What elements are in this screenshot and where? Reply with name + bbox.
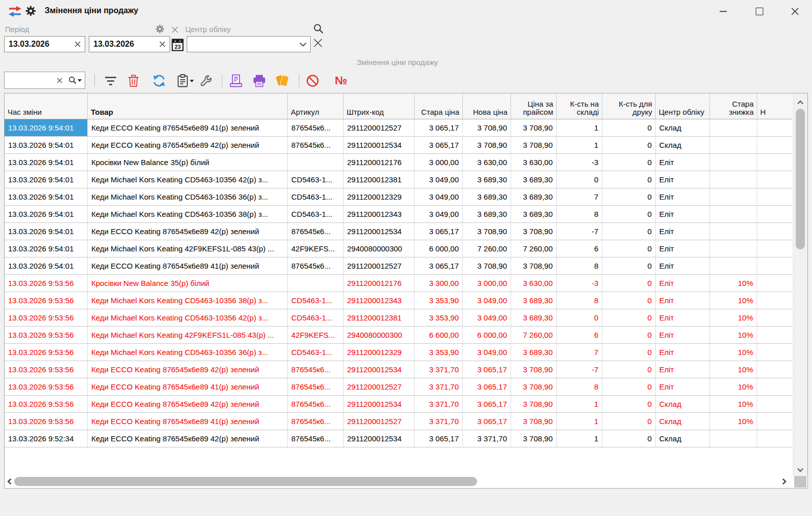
cell-old_price[interactable]: 3 065,17 <box>415 119 463 136</box>
cell-old_price[interactable]: 3 353,90 <box>415 292 463 309</box>
cell-next[interactable] <box>757 119 792 136</box>
period-clear-icon[interactable] <box>172 26 178 35</box>
table-row[interactable]: 13.03.2026 9:53:56Кеди ECCO Keating 8765… <box>5 378 792 396</box>
scroll-up-icon[interactable] <box>797 98 804 107</box>
cell-new_price[interactable]: 3 689,30 <box>463 171 511 188</box>
cell-barcode[interactable]: 2911200012534 <box>344 396 415 412</box>
cell-new_price[interactable]: 3 630,00 <box>463 154 511 171</box>
print-preview-button[interactable] <box>228 73 244 89</box>
period-settings-gear-icon[interactable] <box>155 24 164 36</box>
table-row[interactable]: 13.03.2026 9:53:56Кеди Michael Kors Keat… <box>5 292 792 309</box>
search-icon[interactable] <box>313 23 324 36</box>
cell-time[interactable]: 13.03.2026 9:53:56 <box>5 292 88 309</box>
cell-new_price[interactable]: 3 065,17 <box>463 361 511 378</box>
cell-time[interactable]: 13.03.2026 9:54:01 <box>5 137 88 153</box>
table-row[interactable]: 13.03.2026 9:54:01Кросівки New Balance 3… <box>5 154 792 171</box>
date-from-input[interactable] <box>5 39 71 49</box>
cell-qty_print[interactable]: 0 <box>602 188 656 205</box>
cell-list_price[interactable]: 3 708,90 <box>511 361 557 378</box>
cell-article[interactable]: CD5463-1... <box>288 292 344 309</box>
report-button[interactable] <box>175 73 196 89</box>
cell-barcode[interactable]: 2911200012527 <box>344 378 415 395</box>
cell-next[interactable] <box>757 378 792 395</box>
cell-list_price[interactable]: 3 630,00 <box>511 154 557 171</box>
cell-qty_print[interactable]: 0 <box>602 327 656 343</box>
cell-time[interactable]: 13.03.2026 9:54:01 <box>5 223 88 240</box>
date-to-input[interactable] <box>89 39 155 49</box>
cell-time[interactable]: 13.03.2026 9:53:56 <box>5 344 88 361</box>
cell-product[interactable]: Кросівки New Balance 35(р) білий <box>88 275 288 292</box>
chevron-down-icon[interactable] <box>296 37 310 52</box>
cell-center[interactable]: Еліт <box>656 171 710 188</box>
cell-next[interactable] <box>757 240 792 257</box>
table-row[interactable]: 13.03.2026 9:54:01Кеди Michael Kors Keat… <box>5 206 792 223</box>
cell-old_price[interactable]: 6 600,00 <box>415 327 463 343</box>
cell-next[interactable] <box>757 171 792 188</box>
cell-time[interactable]: 13.03.2026 9:53:56 <box>5 413 88 430</box>
cell-old_discount[interactable] <box>710 223 757 240</box>
cell-qty_stock[interactable]: 7 <box>557 188 602 205</box>
cell-center[interactable]: Склад <box>656 137 710 153</box>
cell-next[interactable] <box>757 257 792 274</box>
cell-article[interactable]: 42F9KEFS... <box>288 240 344 257</box>
cell-time[interactable]: 13.03.2026 9:53:56 <box>5 309 88 326</box>
cell-product[interactable]: Кеди ECCO Keating 876545к6е89 41(р) зеле… <box>88 378 288 395</box>
cell-product[interactable]: Кеди Michael Kors Keating CD5463-10356 4… <box>88 309 288 326</box>
cell-barcode[interactable]: 2911200012534 <box>344 361 415 378</box>
cell-old_discount[interactable] <box>710 171 757 188</box>
cell-article[interactable]: 876545к6... <box>288 396 344 412</box>
cell-old_price[interactable]: 3 049,00 <box>415 171 463 188</box>
price-tags-button[interactable] <box>274 73 290 89</box>
cell-time[interactable]: 13.03.2026 9:53:56 <box>5 275 88 292</box>
cell-qty_print[interactable]: 0 <box>602 413 656 430</box>
cell-product[interactable]: Кеди ECCO Keating 876545к6е89 42(р) зеле… <box>88 396 288 412</box>
cell-product[interactable]: Кеди ECCO Keating 876545к6е89 41(р) зеле… <box>88 257 288 274</box>
cell-list_price[interactable]: 3 630,00 <box>511 275 557 292</box>
cell-next[interactable] <box>757 361 792 378</box>
cell-list_price[interactable]: 3 689,30 <box>511 171 557 188</box>
cell-time[interactable]: 13.03.2026 9:53:56 <box>5 378 88 395</box>
cell-old_price[interactable]: 3 371,70 <box>415 361 463 378</box>
cell-old_price[interactable]: 3 049,00 <box>415 206 463 222</box>
cell-product[interactable]: Кеди ECCO Keating 876545к6е89 42(р) зеле… <box>88 361 288 378</box>
cell-old_price[interactable]: 6 000,00 <box>415 240 463 257</box>
cell-qty_stock[interactable]: 0 <box>557 171 602 188</box>
cell-article[interactable]: 42F9KEFS... <box>288 327 344 343</box>
cell-old_discount[interactable] <box>710 430 757 447</box>
cell-center[interactable]: Еліт <box>656 309 710 326</box>
table-row[interactable]: 13.03.2026 9:53:56Кросівки New Balance 3… <box>5 275 792 292</box>
cell-new_price[interactable]: 3 065,17 <box>463 396 511 412</box>
cell-qty_stock[interactable]: 0 <box>557 309 602 326</box>
cell-article[interactable] <box>288 154 344 171</box>
cell-qty_print[interactable]: 0 <box>602 309 656 326</box>
cell-next[interactable] <box>757 137 792 153</box>
cell-new_price[interactable]: 3 049,00 <box>463 309 511 326</box>
cell-product[interactable]: Кеди Michael Kors Keating CD5463-10356 3… <box>88 344 288 361</box>
cell-barcode[interactable]: 2911200012176 <box>344 275 415 292</box>
cell-qty_stock[interactable]: 7 <box>557 344 602 361</box>
cell-new_price[interactable]: 7 260,00 <box>463 240 511 257</box>
table-row[interactable]: 13.03.2026 9:53:56Кеди Michael Kors Keat… <box>5 327 792 344</box>
cell-qty_print[interactable]: 0 <box>602 430 656 447</box>
cell-list_price[interactable]: 3 708,90 <box>511 223 557 240</box>
cell-list_price[interactable]: 7 260,00 <box>511 240 557 257</box>
cell-qty_stock[interactable]: 8 <box>557 257 602 274</box>
cell-new_price[interactable]: 3 049,00 <box>463 292 511 309</box>
cell-next[interactable] <box>757 309 792 326</box>
cell-qty_print[interactable]: 0 <box>602 257 656 274</box>
cell-new_price[interactable]: 3 689,30 <box>463 188 511 205</box>
quick-search-mode-icon[interactable] <box>65 72 85 88</box>
cell-qty_stock[interactable]: 1 <box>557 430 602 447</box>
table-row[interactable]: 13.03.2026 9:54:01Кеди Michael Kors Keat… <box>5 240 792 257</box>
delete-button[interactable] <box>125 73 142 89</box>
print-button[interactable] <box>251 73 267 89</box>
cell-product[interactable]: Кеди ECCO Keating 876545к6е89 41(р) зеле… <box>88 119 288 136</box>
cell-article[interactable]: CD5463-1... <box>288 188 344 205</box>
cell-article[interactable] <box>288 275 344 292</box>
cell-old_discount[interactable]: 10% <box>710 378 757 395</box>
cell-list_price[interactable]: 3 708,90 <box>511 413 557 430</box>
cell-article[interactable]: 876545к6... <box>288 257 344 274</box>
cell-time[interactable]: 13.03.2026 9:54:01 <box>5 206 88 222</box>
column-header-old_discount[interactable]: Стара знижка <box>710 93 757 119</box>
horizontal-scrollbar[interactable] <box>5 475 793 488</box>
